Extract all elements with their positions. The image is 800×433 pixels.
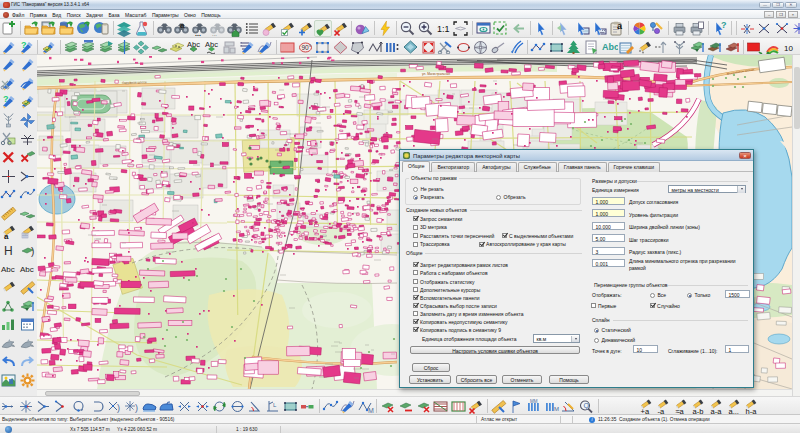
svg-text:Q: Q bbox=[584, 402, 590, 410]
svg-text:ул. Магистральная: ул. Магистральная bbox=[422, 72, 450, 76]
svg-text:): ) bbox=[117, 403, 120, 413]
svg-text:...: ... bbox=[212, 31, 217, 37]
svg-text:?: ? bbox=[721, 20, 727, 30]
svg-text:Abc: Abc bbox=[1, 265, 15, 274]
svg-text:M: M bbox=[368, 407, 374, 414]
svg-text:L: L bbox=[273, 402, 277, 408]
svg-text:MM: MM bbox=[530, 399, 538, 404]
svg-text:): ) bbox=[135, 403, 138, 413]
svg-text:Abc: Abc bbox=[602, 42, 618, 52]
svg-text:a: a bbox=[4, 232, 9, 241]
svg-text:90°: 90° bbox=[301, 44, 311, 51]
svg-text:a: a bbox=[617, 21, 623, 31]
svg-text:1:1: 1:1 bbox=[437, 24, 450, 34]
svg-text:H: H bbox=[4, 244, 13, 258]
svg-text:a: a bbox=[180, 21, 185, 30]
svg-text:): ) bbox=[31, 246, 34, 257]
svg-text:...: ... bbox=[195, 30, 201, 37]
svg-text:Abc: Abc bbox=[20, 265, 34, 274]
svg-text:10: 10 bbox=[784, 44, 793, 53]
svg-text:M: M bbox=[554, 406, 559, 412]
